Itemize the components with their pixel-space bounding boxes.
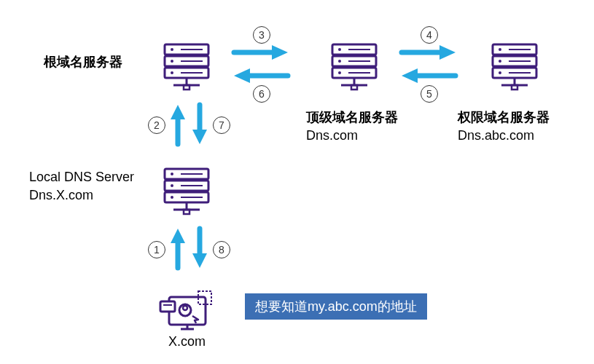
root-server-label: 根域名服务器 <box>44 54 122 71</box>
arrow-step-8 <box>191 226 208 271</box>
arrow-step-7 <box>191 102 208 147</box>
local-server-sub: Dns.X.com <box>29 187 93 204</box>
arrow-step-4 <box>398 44 459 61</box>
arrow-step-3 <box>230 44 292 61</box>
step-5: 5 <box>421 85 438 103</box>
step-4: 4 <box>421 26 438 44</box>
step-3: 3 <box>253 26 270 44</box>
arrow-step-5 <box>398 67 459 84</box>
local-server-label: Local DNS Server <box>29 169 134 186</box>
step-7: 7 <box>213 116 230 134</box>
arrow-step-6 <box>230 67 292 84</box>
query-callout: 想要知道my.abc.com的地址 <box>245 293 427 320</box>
dns-resolution-diagram: { "colors": { "line": "#3f1e7a", "arrow"… <box>0 0 594 364</box>
auth-server-label: 权限域名服务器 <box>458 109 550 126</box>
auth-server-icon <box>487 38 544 95</box>
step-2: 2 <box>148 116 165 134</box>
tld-server-label: 顶级域名服务器 <box>306 109 398 126</box>
auth-server-sub: Dns.abc.com <box>458 127 534 144</box>
local-server-icon <box>159 162 216 219</box>
step-6: 6 <box>253 85 270 103</box>
tld-server-sub: Dns.com <box>306 127 358 144</box>
client-icon <box>156 282 216 339</box>
arrow-step-2 <box>169 102 187 147</box>
step-1: 1 <box>148 241 165 258</box>
tld-server-icon <box>327 38 383 95</box>
step-8: 8 <box>213 241 230 258</box>
arrow-step-1 <box>169 226 187 271</box>
client-label: X.com <box>168 333 206 350</box>
root-server-icon <box>159 38 216 95</box>
